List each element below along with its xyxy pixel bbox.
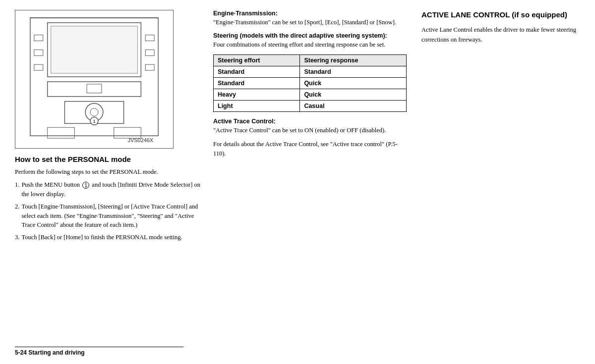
steering-table: Steering effort Steering response Standa… <box>213 54 407 112</box>
left-column: 1 JVS0246X How to set the PERSONAL mode … <box>15 10 208 354</box>
svg-rect-17 <box>48 127 75 138</box>
circle-1: 1 <box>82 182 89 189</box>
steps-list: 1. Push the MENU button 1 and touch [Inf… <box>15 180 203 242</box>
active-lane-text: Active Lane Control enables the driver t… <box>421 25 595 45</box>
steering-label: Steering (models with the direct adaptiv… <box>213 32 407 39</box>
footer: 5-24 Starting and driving <box>15 347 183 356</box>
car-diagram: 1 JVS0246X <box>15 10 174 149</box>
svg-point-14 <box>90 108 98 116</box>
svg-rect-5 <box>34 50 43 55</box>
engine-label: Engine·Transmission: <box>213 10 407 17</box>
svg-rect-7 <box>145 35 154 41</box>
svg-rect-18 <box>114 127 141 138</box>
svg-rect-11 <box>87 84 102 93</box>
step-1: 1. Push the MENU button 1 and touch [Inf… <box>15 180 203 199</box>
table-row: Standard Quick <box>214 77 407 89</box>
svg-text:JVS0246X: JVS0246X <box>128 137 154 143</box>
svg-rect-4 <box>34 35 43 41</box>
svg-text:1: 1 <box>93 118 96 124</box>
response-4: Casual <box>300 100 407 111</box>
col-header-response: Steering response <box>300 54 407 66</box>
effort-1: Standard <box>214 66 300 77</box>
response-1: Standard <box>300 66 407 77</box>
step-2: 2. Touch [Engine·Transmission], [Steerin… <box>15 202 203 230</box>
section-intro: Perform the following steps to set the P… <box>15 167 203 177</box>
engine-text: "Engine·Transmission" can be set to [Spo… <box>213 18 407 27</box>
table-row: Light Casual <box>214 100 407 111</box>
trace-text2: For details about the Active Trace Contr… <box>213 140 407 158</box>
svg-rect-3 <box>51 26 138 73</box>
effort-3: Heavy <box>214 89 300 100</box>
center-column: Engine·Transmission: "Engine·Transmissio… <box>208 10 412 354</box>
svg-rect-6 <box>34 64 43 70</box>
col-header-effort: Steering effort <box>214 54 300 66</box>
trace-label: Active Trace Control: <box>213 118 407 125</box>
effort-4: Light <box>214 100 300 111</box>
footer-text: 5-24 Starting and driving <box>15 349 85 356</box>
right-column: ACTIVE LANE CONTROL (if so equipped) Act… <box>412 10 595 354</box>
effort-2: Standard <box>214 77 300 89</box>
svg-rect-9 <box>145 64 154 70</box>
response-2: Quick <box>300 77 407 89</box>
section-title: How to set the PERSONAL mode <box>15 155 203 164</box>
response-3: Quick <box>300 89 407 100</box>
step-3: 3. Touch [Back] or [Home] to finish the … <box>15 233 203 242</box>
svg-rect-8 <box>145 50 154 55</box>
trace-text1: "Active Trace Control" can be set to ON … <box>213 126 407 135</box>
active-lane-title: ACTIVE LANE CONTROL (if so equipped) <box>421 10 595 20</box>
steering-text: Four combinations of steering effort and… <box>213 40 407 50</box>
table-row: Heavy Quick <box>214 89 407 100</box>
table-row: Standard Standard <box>214 66 407 77</box>
